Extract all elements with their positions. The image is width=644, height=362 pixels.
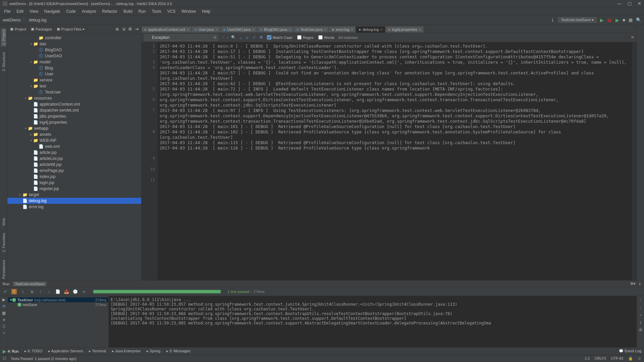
menu-navigate[interactable]: Navigate: [42, 8, 62, 14]
tree-row[interactable]: 📄article.jsp: [7, 149, 141, 156]
rerun-failed-icon[interactable]: ⟳: [2, 304, 6, 309]
gear-icon[interactable]: ⚙: [128, 26, 132, 32]
tool-window-tab[interactable]: ▸ Application Servers: [48, 349, 83, 353]
file-tab[interactable]: ●User.java×: [192, 26, 220, 33]
toggle-auto-icon[interactable]: ▦: [2, 311, 6, 315]
run-config-combo[interactable]: TestUser.testSave ▾: [558, 17, 597, 23]
code-content[interactable]: 2017-04-03 11:44:28 [ main:0 ] - [ DEBUG…: [158, 42, 632, 280]
run-icon[interactable]: ▶: [600, 17, 604, 23]
scroll-down-icon[interactable]: ↓: [640, 305, 642, 310]
match-case-toggle[interactable]: Match Case: [267, 35, 292, 40]
tree-row[interactable]: ⒸUser: [7, 71, 141, 77]
tool-window-tab[interactable]: ▶ 4: Run: [3, 349, 18, 354]
tool-window-tab[interactable]: ▸ Spring: [147, 349, 160, 353]
project-structure-icon[interactable]: ▦: [629, 17, 633, 22]
close-tab-icon[interactable]: ×: [351, 28, 353, 32]
tree-row[interactable]: 📁controller: [7, 35, 141, 41]
tab-web[interactable]: Web: [1, 217, 6, 227]
run-coverage-icon[interactable]: ▶: [615, 17, 619, 23]
file-tab[interactable]: ●applicationContext.xml×: [142, 26, 192, 33]
stop-tests-icon[interactable]: ■: [3, 317, 5, 322]
toggle-icon[interactable]: ⤢: [253, 35, 256, 40]
ptab-project-files[interactable]: ▣ Project Files ▸: [57, 27, 85, 31]
tree-row[interactable]: 📄articleList.jsp: [7, 156, 141, 162]
tab-persistence[interactable]: Persistence: [1, 258, 6, 280]
search-everywhere-icon[interactable]: 🔍: [636, 17, 641, 22]
find-popup-icon[interactable]: 🔍: [231, 35, 236, 40]
close-tab-icon[interactable]: ×: [252, 28, 254, 32]
tab-favorites[interactable]: 2: Favorites: [1, 232, 6, 253]
tree-row[interactable]: 📄index.jsp: [7, 174, 141, 180]
menu-view[interactable]: View: [28, 8, 40, 14]
file-tab[interactable]: ●debug.log×: [356, 26, 385, 33]
sort-icon[interactable]: ↕: [20, 289, 25, 294]
close-tab-icon[interactable]: ×: [380, 28, 382, 32]
hector-icon[interactable]: ☺: [638, 356, 641, 361]
tree-row[interactable]: ▾📁model: [7, 59, 141, 65]
status-icon[interactable]: ☐: [3, 356, 6, 361]
tree-row[interactable]: ⒸUserDAO: [7, 53, 141, 59]
close-tab-icon[interactable]: ×: [324, 28, 326, 32]
more-icon[interactable]: »: [81, 289, 87, 294]
tool-window-tab[interactable]: ▸ 6: TODO: [24, 349, 42, 353]
run-settings-icon[interactable]: ⚙▾: [630, 282, 636, 286]
add-selection-icon[interactable]: ⎁: [240, 36, 242, 40]
close-tab-icon[interactable]: ×: [216, 28, 218, 32]
import-icon[interactable]: 📥: [64, 289, 69, 294]
tree-row[interactable]: ▸📁target: [7, 192, 141, 198]
test-item[interactable]: ✓ testSave 274ms: [8, 302, 108, 307]
tree-row[interactable]: 📄dispatcher-servlet.xml: [7, 107, 141, 113]
regex-toggle[interactable]: Regex: [297, 35, 314, 40]
tree-row[interactable]: ⒸBlog: [7, 65, 141, 71]
find-prev-icon[interactable]: ↑: [222, 35, 224, 40]
export-icon[interactable]: 📄: [55, 289, 60, 294]
menu-refactor[interactable]: Refactor: [100, 8, 119, 14]
tree-row[interactable]: 📄log4j.properties: [7, 119, 141, 125]
line-separator[interactable]: CRLF‡: [595, 356, 606, 361]
menu-edit[interactable]: Edit: [14, 8, 25, 14]
menu-run[interactable]: Run: [137, 8, 148, 14]
tree-row[interactable]: 📄applicationContext.xml: [7, 101, 141, 107]
tree-collapse-icon[interactable]: ⇲: [29, 289, 34, 294]
scrollbar-markers[interactable]: [632, 42, 637, 280]
menu-analyze[interactable]: Analyze: [80, 8, 98, 14]
project-tree[interactable]: 📁controller▾📁daoⒸBlogDAOⒸUserDAO▾📁modelⒸ…: [7, 34, 141, 280]
test-root[interactable]: ▾ ✓ TestUser (org.caihaolun.test) 274ms: [8, 297, 108, 302]
file-tab[interactable]: ●TestUser.java×: [294, 26, 329, 33]
file-tab[interactable]: ●BlogDAO.java×: [257, 26, 294, 33]
event-log-tab[interactable]: 💬 Event Log: [619, 349, 641, 353]
dump-icon[interactable]: ☰: [2, 324, 6, 329]
run-tab-label[interactable]: Run: [3, 282, 9, 286]
prev-test-icon[interactable]: ↑: [38, 289, 43, 294]
menu-code[interactable]: Code: [64, 8, 78, 14]
tree-row[interactable]: ▾📁WEB-INF: [7, 137, 141, 143]
hide-icon[interactable]: ⇥: [135, 26, 139, 32]
tree-row[interactable]: ⒸTestUser: [7, 89, 141, 95]
close-tab-icon[interactable]: ×: [187, 28, 189, 32]
close-tab-icon[interactable]: ×: [289, 28, 291, 32]
clear-search-icon[interactable]: ⊘: [213, 35, 216, 40]
tool-window-tab[interactable]: ▸ 0: Messages: [166, 349, 190, 353]
history-icon[interactable]: 🕘: [72, 289, 78, 294]
target-icon[interactable]: ⊕: [115, 26, 119, 32]
rerun-icon[interactable]: ▶: [2, 297, 5, 302]
make-icon[interactable]: ⤓: [551, 17, 554, 22]
tree-row[interactable]: 📄errorPage.jsp: [7, 168, 141, 174]
debug-icon[interactable]: 🐞: [607, 18, 612, 22]
print-icon[interactable]: 🖶: [639, 327, 643, 332]
tree-row[interactable]: 📄register.jsp: [7, 186, 141, 192]
close-tab-icon[interactable]: ×: [419, 28, 421, 32]
run-hide-icon[interactable]: ⤓: [638, 282, 641, 286]
find-next-icon[interactable]: ↓: [227, 35, 229, 40]
words-toggle[interactable]: Words: [318, 35, 335, 40]
caret-pos[interactable]: 1:1: [585, 356, 590, 361]
fail-filter-icon[interactable]: !: [11, 289, 17, 294]
insert-mode-icon[interactable]: 🔒: [628, 356, 633, 361]
tree-row[interactable]: ▾📁dao: [7, 41, 141, 47]
menu-build[interactable]: Build: [121, 8, 135, 14]
pin-icon[interactable]: ✕: [2, 331, 6, 336]
tab-structure[interactable]: 2: Structure: [1, 51, 6, 73]
test-tree[interactable]: ▾ ✓ TestUser (org.caihaolun.test) 274ms …: [8, 296, 109, 347]
tree-row[interactable]: ▾📁resources: [7, 95, 141, 101]
breadcrumb-project[interactable]: webDemo: [3, 18, 21, 22]
